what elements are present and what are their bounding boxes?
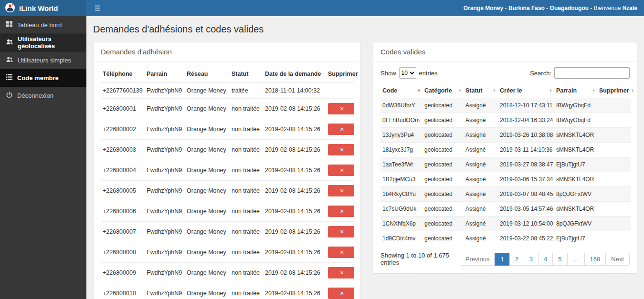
request-statut: non traitée — [230, 201, 263, 222]
column-header-supprimer[interactable]: Supprimer▲▼ — [597, 83, 631, 98]
table-info: Showing 1 to 10 of 1,675 entries — [380, 252, 460, 266]
delete-request-button[interactable]: ✕ — [328, 288, 354, 299]
pagination-previous[interactable]: Previous — [460, 253, 496, 266]
sidebar-item-code-membre[interactable]: Code membre — [0, 69, 86, 87]
sidebar-item-label: Utilisateurs simples — [18, 57, 71, 64]
sidebar-item-deconnexion[interactable]: Déconnexion — [0, 87, 86, 104]
delete-request-button[interactable]: ✕ — [328, 165, 354, 176]
table-row: 1CNXhfqX6p geolocated Assigné 2019-03-12… — [380, 217, 631, 231]
request-parrain: FwdhzYphN9 — [145, 99, 185, 119]
page-length-select[interactable]: 10 — [399, 67, 416, 79]
sort-down-icon: ▼ — [417, 91, 421, 93]
request-actions: ✕ — [326, 160, 354, 181]
request-phone: +226800005 — [101, 181, 145, 201]
table-row: +226800007 FwdhzYphN9 Orange Money non t… — [101, 222, 354, 242]
request-actions: ✕ — [326, 99, 354, 119]
delete-request-button[interactable]: ✕ — [328, 206, 354, 217]
sort-icon: ▲▼ — [458, 89, 462, 93]
column-header-code[interactable]: Code▲▼ — [380, 83, 422, 98]
delete-request-button[interactable]: ✕ — [328, 124, 354, 135]
column-header-creer-le[interactable]: Créer le▲▼ — [498, 83, 554, 98]
code-actions — [597, 143, 631, 157]
code-date: 2018-12-04 16:33:24 — [498, 113, 554, 128]
app-logo[interactable]: iLink World — [0, 0, 86, 16]
code-value: 1d9CDtc4mv — [380, 231, 422, 246]
list-icon — [6, 74, 12, 82]
code-parrain: 8pQJGFxtWV — [554, 187, 597, 202]
column-label: Code — [382, 87, 397, 94]
pagination-page-5[interactable]: 5 — [552, 253, 567, 266]
table-row: +226800008 FwdhzYphN9 Orange Money non t… — [101, 242, 354, 263]
request-statut: non traitée — [230, 222, 263, 242]
delete-request-button[interactable]: ✕ — [328, 144, 354, 155]
separator: - — [545, 5, 550, 11]
request-reseau: Orange Money — [185, 263, 230, 283]
code-parrain: IBWqyGbqFd — [554, 98, 597, 113]
code-value: 1aaTee3fWr — [380, 157, 422, 172]
code-value: 1CNXhfqX6p — [380, 217, 422, 231]
table-row: 1c7sUG9dUk geolocated Assigné 2019-03-05… — [380, 202, 631, 217]
city-name: Ouagadougou — [550, 5, 589, 11]
request-actions: ✕ — [326, 181, 354, 201]
delete-request-button[interactable]: ✕ — [328, 103, 354, 114]
column-header-parrain[interactable]: Parrain▲▼ — [554, 83, 597, 98]
table-row: 0dW36UfbrY geolocated Assigné 2018-12-10… — [380, 98, 631, 113]
column-header-statut[interactable]: Statut▲▼ — [464, 83, 498, 98]
table-header-row: Téléphone Parrain Réseau Statut Date de … — [101, 65, 354, 83]
request-reseau: Orange Money — [185, 181, 230, 201]
code-statut: Assigné — [464, 128, 498, 143]
sidebar-item-tableau-de-bord[interactable]: Tableau de bord — [0, 16, 86, 34]
hamburger-icon: ☰ — [95, 4, 101, 12]
table-row: 1B2pjeMCu3 geolocated Assigné 2019-03-06… — [380, 172, 631, 187]
delete-request-button[interactable]: ✕ — [328, 226, 354, 237]
request-parrain: FwdhzYphN9 — [145, 83, 185, 99]
code-value: 1B2pjeMCu3 — [380, 172, 422, 187]
request-date: 2019-02-08 14:15:26 — [263, 119, 326, 140]
sidebar-item-utilisateurs-simples[interactable]: Utilisateurs simples — [0, 52, 86, 69]
request-actions: ✕ — [326, 201, 354, 222]
request-reseau: Orange Money — [185, 201, 230, 222]
separator: - — [503, 5, 508, 11]
pagination-page-2[interactable]: 2 — [509, 253, 524, 266]
country-name: Burkina Faso — [508, 5, 545, 11]
pagination-page-4[interactable]: 4 — [538, 253, 553, 266]
request-reseau: Orange Money — [185, 160, 230, 181]
search-input[interactable] — [554, 67, 630, 79]
code-parrain: 8pQJGFxtWV — [554, 217, 597, 231]
column-header-telephone: Téléphone — [101, 65, 145, 83]
code-categorie: geolocated — [422, 202, 464, 217]
request-parrain: FwdhzYphN9 — [145, 222, 185, 242]
brand-title: iLink World — [19, 4, 58, 12]
request-date: 2019-02-08 14:15:26 — [263, 181, 326, 201]
code-date: 2019-03-11 14:10:36 — [498, 143, 554, 157]
delete-request-button[interactable]: ✕ — [328, 267, 354, 278]
code-categorie: geolocated — [422, 98, 464, 113]
x-icon: ✕ — [339, 147, 344, 153]
sidebar-toggle-button[interactable]: ☰ — [86, 0, 108, 16]
delete-request-button[interactable]: ✕ — [328, 185, 354, 196]
request-actions: ✕ — [326, 140, 354, 160]
sidebar-item-utilisateurs-geolocalises[interactable]: Utilisateurs géolocalisés — [0, 34, 86, 52]
request-date: 2019-02-08 14:15:26 — [263, 242, 326, 263]
requests-panel-title: Demandes d'adhésion — [94, 42, 360, 62]
request-phone: +226800008 — [101, 242, 145, 263]
request-phone: +226800002 — [101, 119, 145, 140]
code-value: 13Jyny3Pu4 — [380, 128, 422, 143]
request-parrain: FwdhzYphN9 — [145, 119, 185, 140]
code-categorie: geolocated — [422, 217, 464, 231]
table-row: +22677600139 FwdhzYphN9 Orange Money tra… — [101, 83, 354, 99]
x-icon: ✕ — [339, 106, 344, 112]
pagination-page-1[interactable]: 1 — [495, 253, 509, 266]
request-date: 2019-02-08 14:15:26 — [263, 160, 326, 181]
column-header-categorie[interactable]: Catégorie▲▼ — [422, 83, 464, 98]
sidebar-item-label: Code membre — [17, 74, 59, 82]
pagination-next[interactable]: Next — [605, 253, 630, 266]
pagination-page-168[interactable]: 168 — [584, 253, 606, 266]
pagination-page-3[interactable]: 3 — [524, 253, 538, 266]
request-actions — [326, 83, 354, 99]
delete-request-button[interactable]: ✕ — [328, 247, 354, 258]
column-label: Créer le — [500, 87, 522, 94]
code-date: 2019-03-22 08:45:22 — [498, 231, 554, 246]
request-statut: non traitée — [230, 263, 263, 283]
request-statut: non traitée — [230, 119, 263, 140]
